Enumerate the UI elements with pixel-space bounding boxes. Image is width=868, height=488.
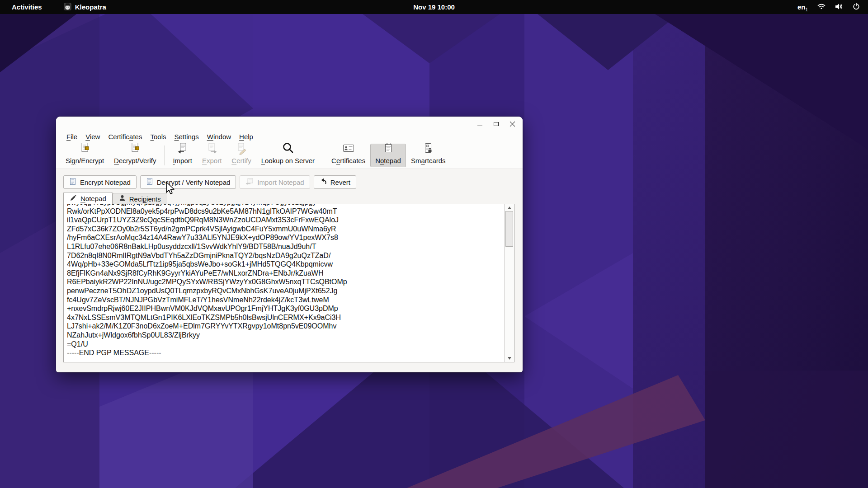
- button-label: Revert: [330, 178, 350, 186]
- mouse-cursor: [165, 182, 175, 197]
- toolbar-import-button[interactable]: Import: [168, 144, 197, 167]
- toolbar-label: Decrypt/Verify: [114, 157, 156, 164]
- toolbar-lookup-on-server-button[interactable]: Lookup on Server: [256, 144, 320, 167]
- notepad-line: LJ7shi+ak2/M/K1Z0F3noD6xZoeM+EDlm7GRYYvY…: [67, 322, 500, 331]
- import-notepad-button: Import Notepad: [240, 175, 310, 189]
- document-export-icon: [205, 141, 219, 156]
- notepad-line: +nxevSmdrpRjwj60E2JIIPHBwnVM0KJdVQMxavUP…: [67, 304, 500, 313]
- app-menu-label: Kleopatra: [75, 3, 106, 11]
- system-status-area[interactable]: en1: [797, 3, 868, 11]
- button-label: Import Notepad: [257, 178, 304, 186]
- toolbar-decrypt-verify-button[interactable]: Decrypt/Verify: [109, 144, 161, 167]
- close-button[interactable]: [509, 121, 515, 127]
- minimize-button[interactable]: [477, 121, 483, 127]
- tab-notepad[interactable]: Notepad: [63, 192, 113, 204]
- notepad-line: -----END PGP MESSAGE-----: [67, 348, 500, 357]
- toolbar-separator: [323, 145, 323, 165]
- toolbar-separator: [164, 145, 165, 165]
- toolbar-label: Sign/Encrypt: [66, 157, 104, 164]
- toolbar-label: Import: [173, 157, 192, 164]
- decrypt-verify-notepad-button[interactable]: Decrypt / Verify Notepad: [140, 175, 236, 189]
- notepad-line: 4Wq/pHb+33eGOMda5LfTtz1ip95ja5qbsWeJbo+s…: [67, 260, 500, 269]
- power-icon: [853, 3, 860, 11]
- tab-bar: NotepadRecipients: [56, 189, 523, 204]
- toolbar-certify-button: Certify: [226, 144, 256, 167]
- notepad-line: 8EfjFlKGn4aNx9SjR8fCyRhK9GyyrYkiAYuPeE7/…: [67, 269, 500, 278]
- maximize-button[interactable]: [493, 121, 499, 127]
- revert-button[interactable]: Revert: [314, 175, 356, 189]
- menu-view[interactable]: View: [81, 132, 104, 141]
- pgp-message-text: pwyJqg4Tzyp9GgjMyq7pzJgy0qTjyMgp5qzyGJ2y…: [67, 204, 500, 357]
- pencil-icon: [70, 194, 77, 203]
- titlebar[interactable]: [56, 117, 523, 131]
- menu-help[interactable]: Help: [235, 132, 257, 141]
- document-icon: [146, 178, 153, 187]
- notepad-line: L1RLfu07ehe06R8nBakLHp0usyddzcxll/1SvvWd…: [67, 242, 500, 251]
- notepad-icon: [382, 141, 395, 156]
- document-import-icon: [176, 141, 189, 156]
- notepad-line: 7D62n8qI8N0RmlIRgtN9aVbdTYh5aZzDGmjniPkn…: [67, 251, 500, 260]
- wifi-icon: [817, 3, 826, 11]
- undo-arrow-icon: [320, 178, 327, 186]
- toolbar-smartcards-button[interactable]: Smartcards: [406, 144, 451, 167]
- menu-tools[interactable]: Tools: [146, 132, 170, 141]
- button-label: Encrypt Notepad: [80, 178, 131, 186]
- notepad-line: Rwk/orKtPpXODNEl8a0yek5p4rpPwD8dcs9u2bKe…: [67, 207, 500, 216]
- toolbar-export-button: Export: [197, 144, 226, 167]
- document-icon: [69, 178, 76, 187]
- kleopatra-window: FileViewCertificatesToolsSettingsWindowH…: [56, 117, 523, 372]
- scrollbar-thumb[interactable]: [505, 211, 513, 247]
- toolbar-sign-encrypt-button[interactable]: Sign/Encrypt: [61, 144, 109, 167]
- activities-button[interactable]: Activities: [7, 2, 47, 12]
- toolbar-label: Certify: [231, 157, 251, 164]
- search-icon: [281, 141, 295, 156]
- menu-file[interactable]: File: [62, 132, 81, 141]
- notepad-line: ZFd57xC36k7ZOy0b2r5ST6yd/n2gmPCprk4VSjlA…: [67, 225, 500, 234]
- notepad-line: il1vaQpCUrpT1UYZ3Z9cQqcSEqdtbQ9RqM8N3WnZ…: [67, 216, 500, 225]
- notepad-line: NZahJutx+jWldgox6fbhSp0UL83/ZljBrkyy: [67, 331, 500, 340]
- toolbar-notepad-button[interactable]: Notepad: [370, 144, 406, 167]
- tab-label: Recipients: [129, 195, 161, 203]
- menu-window[interactable]: Window: [203, 132, 235, 141]
- keyboard-layout-indicator[interactable]: en1: [797, 3, 808, 11]
- notepad-line: penwPeczneT5OhDZ1oypdUsQ0TLqmzpxbyRQvCMx…: [67, 286, 500, 296]
- notepad-line: /hyFm6aCXEsrAoMqc34z14A4RawY7u33ALl5YNJE…: [67, 233, 500, 242]
- toolbar-certificates-button[interactable]: Certificates: [326, 144, 370, 167]
- menu-settings[interactable]: Settings: [170, 132, 203, 141]
- smartcard-icon: [421, 141, 435, 156]
- import-small-icon: [245, 178, 254, 186]
- document-seal-icon: [78, 141, 92, 156]
- volume-icon: [835, 3, 843, 11]
- menu-certificates[interactable]: Certificates: [104, 132, 146, 141]
- toolbar-label: Smartcards: [411, 157, 446, 164]
- notepad-line: 4x7NxLSSEsmV3MTQMLtGn1PIK6LXlEoTKZSMPb5h…: [67, 313, 500, 322]
- toolbar-label: Notepad: [375, 157, 401, 164]
- notepad-line: R6EPbaiykR2WP22InNU/ugc2MPQySYxW/RBSjYWz…: [67, 277, 500, 286]
- clock[interactable]: Nov 19 10:00: [413, 3, 455, 11]
- scroll-up-icon[interactable]: [505, 205, 514, 211]
- notepad-action-bar: Encrypt NotepadDecrypt / Verify NotepadI…: [56, 169, 523, 189]
- id-card-icon: [342, 141, 355, 156]
- toolbar-label: Certificates: [331, 157, 365, 164]
- toolbar-label: Export: [202, 157, 222, 164]
- person-icon: [119, 195, 126, 203]
- vertical-scrollbar[interactable]: [504, 204, 514, 362]
- app-menu-button[interactable]: Kleopatra: [60, 2, 110, 13]
- tab-label: Notepad: [80, 195, 106, 202]
- scroll-down-icon[interactable]: [505, 355, 514, 361]
- kleopatra-app-icon: [64, 3, 71, 12]
- notepad-line: fc4Ugv7ZeVscBT/NJNJPGbVzTmiMFLeT/Y1hesVN…: [67, 296, 500, 305]
- toolbar: Sign/EncryptDecrypt/VerifyImportExportCe…: [56, 142, 523, 169]
- notepad-text-area[interactable]: pwyJqg4Tzyp9GgjMyq7pzJgy0qTjyMgp5qzyGJ2y…: [63, 204, 514, 362]
- menu-bar: FileViewCertificatesToolsSettingsWindowH…: [56, 131, 523, 142]
- top-bar: Activities Kleopatra Nov 19 10:00 en1: [0, 0, 868, 14]
- document-seal-icon: [128, 141, 142, 156]
- document-certify-icon: [235, 141, 248, 156]
- encrypt-notepad-button[interactable]: Encrypt Notepad: [63, 175, 137, 189]
- toolbar-label: Lookup on Server: [261, 157, 315, 164]
- notepad-line: =Q1/U: [67, 340, 500, 349]
- tab-recipients[interactable]: Recipients: [113, 193, 167, 204]
